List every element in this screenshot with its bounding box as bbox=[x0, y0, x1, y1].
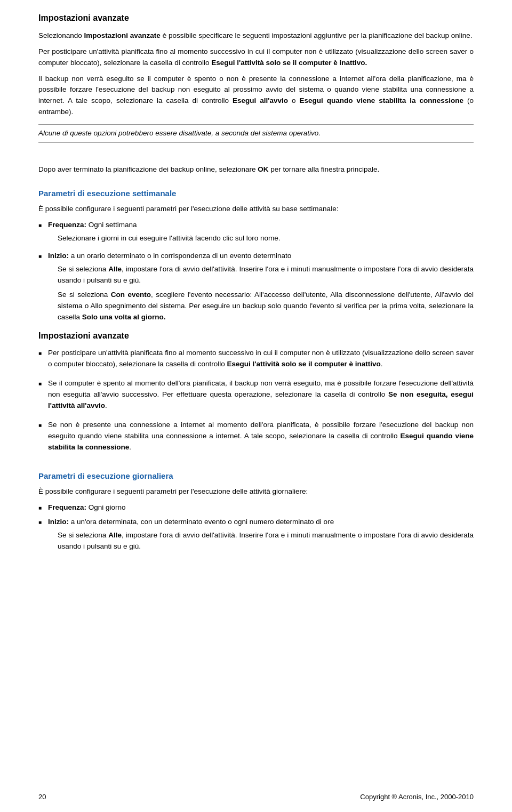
bullet-label-inizio-giornaliera: Inizio: a un'ora determinata, con un det… bbox=[48, 518, 334, 526]
bullet-inizio-settimanale: ■ Inizio: a un orario determinato o in c… bbox=[38, 251, 474, 326]
bullet-content-inizio: Inizio: a un orario determinato o in cor… bbox=[48, 251, 474, 326]
sub-para-inizio-alle: Se si seleziona Alle, impostare l'ora di… bbox=[58, 264, 474, 286]
bullet-icon-7: ■ bbox=[38, 518, 48, 527]
page-footer: 20 Copyright ® Acronis, Inc., 2000-2010 bbox=[38, 792, 474, 802]
bullet-icon-5: ■ bbox=[38, 421, 48, 430]
bullet-content-avanzate-3: Se non è presente una connessione a inte… bbox=[48, 420, 474, 458]
bullet-list-avanzate: ■ Per posticipare un'attività pianificat… bbox=[38, 348, 474, 457]
copyright-text: Copyright ® Acronis, Inc., 2000-2010 bbox=[360, 792, 474, 802]
bullet-icon: ■ bbox=[38, 221, 48, 230]
para-backup-spento: Il backup non verrà eseguito se il compu… bbox=[38, 74, 474, 118]
bullet-icon-4: ■ bbox=[38, 380, 48, 388]
bullet-list-settimanale: ■ Frequenza: Ogni settimana Selezionare … bbox=[38, 220, 474, 326]
bullet-content-frequenza: Frequenza: Ogni settimana Selezionare i … bbox=[48, 220, 474, 247]
bullet-label-frequenza: Frequenza: Ogni settimana bbox=[48, 221, 137, 229]
bullet-avanzate-2: ■ Se il computer è spento al momento del… bbox=[38, 378, 474, 416]
para-giornaliera-intro: È possibile configurare i seguenti param… bbox=[38, 486, 474, 497]
bullet-frequenza-giornaliera: ■ Frequenza: Ogni giorno bbox=[38, 502, 474, 513]
bullet-avanzate-1: ■ Per posticipare un'attività pianificat… bbox=[38, 348, 474, 375]
page-wrapper: Impostazioni avanzate Selezionando Impos… bbox=[0, 0, 512, 812]
sub-para-inizio-evento: Se si seleziona Con evento, scegliere l'… bbox=[58, 290, 474, 323]
bullet-label-frequenza-giornaliera: Frequenza: Ogni giorno bbox=[48, 503, 126, 511]
heading-parametri-giornaliera: Parametri di esecuzione giornaliera bbox=[38, 470, 474, 482]
bullet-text-avanzate-3: Se non è presente una connessione a inte… bbox=[48, 420, 474, 453]
bullet-icon-3: ■ bbox=[38, 349, 48, 358]
bullet-icon-6: ■ bbox=[38, 504, 48, 512]
bullet-content-avanzate-2: Se il computer è spento al momento dell'… bbox=[48, 378, 474, 416]
para-settimanale-intro: È possibile configurare i seguenti param… bbox=[38, 204, 474, 215]
bullet-avanzate-3: ■ Se non è presente una connessione a in… bbox=[38, 420, 474, 458]
heading-impostazioni-avanzate-top: Impostazioni avanzate bbox=[38, 12, 474, 25]
para-intro-avanzate: Selezionando Impostazioni avanzate è pos… bbox=[38, 30, 474, 42]
para-dopo-terminato: Dopo aver terminato la pianificazione de… bbox=[38, 164, 474, 175]
sub-para-frequenza: Selezionare i giorni in cui eseguire l'a… bbox=[58, 233, 474, 244]
bullet-text-avanzate-2: Se il computer è spento al momento dell'… bbox=[48, 378, 474, 412]
bullet-content-frequenza-giornaliera: Frequenza: Ogni giorno bbox=[48, 502, 474, 513]
italic-note: Alcune di queste opzioni potrebbero esse… bbox=[38, 124, 474, 143]
bullet-inizio-giornaliera: ■ Inizio: a un'ora determinata, con un d… bbox=[38, 517, 474, 556]
bullet-list-giornaliera: ■ Frequenza: Ogni giorno ■ Inizio: a un'… bbox=[38, 502, 474, 556]
bullet-content-avanzate-1: Per posticipare un'attività pianificata … bbox=[48, 348, 474, 375]
bullet-text-avanzate-1: Per posticipare un'attività pianificata … bbox=[48, 348, 474, 370]
bullet-label-inizio: Inizio: a un orario determinato o in cor… bbox=[48, 252, 291, 260]
para-posticipare: Per posticipare un'attività pianificata … bbox=[38, 46, 474, 69]
bullet-content-inizio-giornaliera: Inizio: a un'ora determinata, con un det… bbox=[48, 517, 474, 556]
bullet-icon-2: ■ bbox=[38, 252, 48, 261]
page-number: 20 bbox=[38, 792, 46, 802]
heading-impostazioni-avanzate-bottom: Impostazioni avanzate bbox=[38, 329, 474, 343]
heading-parametri-settimanale: Parametri di esecuzione settimanale bbox=[38, 187, 474, 199]
bullet-frequenza-settimanale: ■ Frequenza: Ogni settimana Selezionare … bbox=[38, 220, 474, 247]
sub-para-inizio-giornaliera: Se si seleziona Alle, impostare l'ora di… bbox=[58, 530, 474, 552]
